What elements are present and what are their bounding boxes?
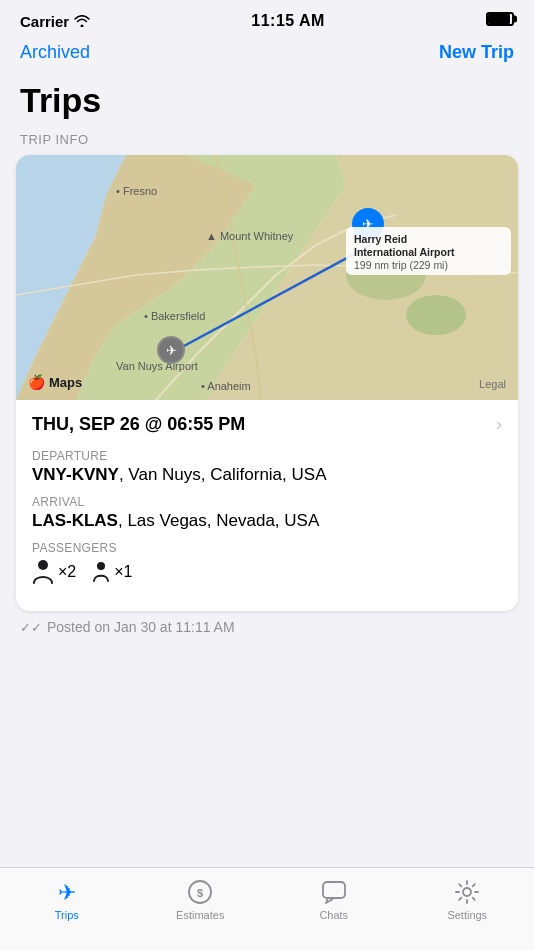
maps-text: Maps [49, 375, 82, 390]
settings-tab-icon [453, 878, 481, 906]
chats-tab-label: Chats [319, 909, 348, 921]
child-icon [92, 561, 110, 583]
svg-text:$: $ [197, 887, 203, 899]
section-label: TRIP INFO [0, 132, 534, 155]
departure-value: VNY-KVNY, Van Nuys, California, USA [32, 465, 502, 485]
chevron-right-icon: › [496, 414, 502, 435]
departure-section: DEPARTURE VNY-KVNY, Van Nuys, California… [32, 449, 502, 485]
page-title: Trips [0, 73, 534, 132]
tab-estimates[interactable]: $ Estimates [134, 878, 268, 921]
archived-button[interactable]: Archived [20, 42, 90, 63]
svg-point-24 [463, 888, 471, 896]
arrival-location: , Las Vegas, Nevada, USA [118, 511, 319, 530]
tab-chats[interactable]: Chats [267, 878, 401, 921]
posted-row: ✓✓ Posted on Jan 30 at 11:11 AM [0, 611, 534, 635]
passengers-section: PASSENGERS ×2 ×1 [32, 541, 502, 585]
arrival-code: LAS-KLAS [32, 511, 118, 530]
trip-date: THU, SEP 26 @ 06:55 PM [32, 414, 245, 435]
svg-text:• Bakersfield: • Bakersfield [144, 310, 205, 322]
svg-rect-23 [323, 882, 345, 898]
departure-code: VNY-KVNY [32, 465, 119, 484]
child-passenger: ×1 [92, 561, 132, 583]
apple-logo: 🍎 [28, 374, 45, 390]
trip-card[interactable]: • Fresno ▲ Mount Whitney • Bakersfield V… [16, 155, 518, 611]
arrival-section: ARRIVAL LAS-KLAS, Las Vegas, Nevada, USA [32, 495, 502, 531]
child-count: ×1 [114, 563, 132, 581]
estimates-tab-label: Estimates [176, 909, 224, 921]
svg-text:▲ Mount Whitney: ▲ Mount Whitney [206, 230, 294, 242]
arrival-value: LAS-KLAS, Las Vegas, Nevada, USA [32, 511, 502, 531]
svg-text:• Anaheim: • Anaheim [201, 380, 251, 392]
departure-label: DEPARTURE [32, 449, 502, 463]
new-trip-button[interactable]: New Trip [439, 42, 514, 63]
tab-settings[interactable]: Settings [401, 878, 535, 921]
svg-point-18 [38, 560, 48, 570]
svg-point-19 [97, 562, 105, 570]
passengers-row: ×2 ×1 [32, 559, 502, 585]
check-marks-icon: ✓✓ [20, 620, 42, 635]
carrier-text: Carrier [20, 13, 90, 30]
arrival-label: ARRIVAL [32, 495, 502, 509]
adult-passenger: ×2 [32, 559, 76, 585]
svg-text:International Airport: International Airport [354, 246, 455, 258]
svg-text:Harry Reid: Harry Reid [354, 233, 407, 245]
trip-details: THU, SEP 26 @ 06:55 PM › DEPARTURE VNY-K… [16, 400, 518, 611]
svg-text:Van Nuys Airport: Van Nuys Airport [116, 360, 198, 372]
status-bar: Carrier 11:15 AM [0, 0, 534, 36]
svg-text:✈: ✈ [166, 343, 177, 358]
maps-logo: 🍎 Maps [28, 374, 82, 390]
departure-location: , Van Nuys, California, USA [119, 465, 327, 484]
adult-count: ×2 [58, 563, 76, 581]
svg-text:• Fresno: • Fresno [116, 185, 157, 197]
svg-text:✈: ✈ [58, 880, 76, 905]
trip-date-row[interactable]: THU, SEP 26 @ 06:55 PM › [32, 414, 502, 435]
tab-trips[interactable]: ✈ Trips [0, 878, 134, 921]
trips-tab-icon: ✈ [53, 878, 81, 906]
passengers-label: PASSENGERS [32, 541, 502, 555]
chats-tab-icon [320, 878, 348, 906]
adult-icon [32, 559, 54, 585]
svg-point-2 [406, 295, 466, 335]
trips-tab-label: Trips [55, 909, 79, 921]
battery-icon [486, 12, 514, 30]
map-container: • Fresno ▲ Mount Whitney • Bakersfield V… [16, 155, 518, 400]
svg-text:199 nm trip (229 mi): 199 nm trip (229 mi) [354, 259, 448, 271]
legal-text: Legal [479, 378, 506, 390]
nav-bar: Archived New Trip [0, 36, 534, 73]
time-display: 11:15 AM [251, 12, 325, 30]
settings-tab-label: Settings [447, 909, 487, 921]
estimates-tab-icon: $ [186, 878, 214, 906]
posted-text: Posted on Jan 30 at 11:11 AM [47, 619, 235, 635]
tab-bar: ✈ Trips $ Estimates Chats [0, 867, 534, 950]
